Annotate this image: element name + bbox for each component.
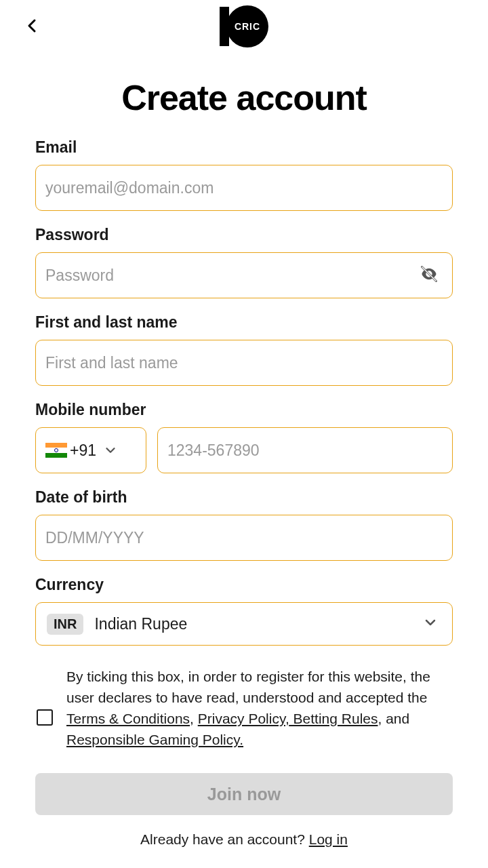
currency-label: Currency xyxy=(35,576,453,594)
dob-input[interactable] xyxy=(45,529,443,547)
password-input-wrap xyxy=(35,252,453,298)
login-prompt-text: Already have an account? xyxy=(140,831,309,847)
terms-checkbox[interactable] xyxy=(37,709,53,726)
email-label: Email xyxy=(35,138,453,157)
signup-form: Email Password First and last name Mobil… xyxy=(0,138,488,848)
password-label: Password xyxy=(35,226,453,244)
mobile-input[interactable] xyxy=(167,441,443,460)
chevron-down-icon xyxy=(103,443,118,458)
email-input[interactable] xyxy=(45,179,443,197)
responsible-gaming-link[interactable]: Responsible Gaming Policy. xyxy=(66,732,243,747)
dial-code: +91 xyxy=(70,441,96,460)
header: CRIC xyxy=(0,0,488,53)
chevron-left-icon xyxy=(24,18,41,34)
dob-input-wrap xyxy=(35,515,453,561)
login-prompt-row: Already have an account? Log in xyxy=(35,831,453,848)
india-flag-icon xyxy=(45,443,67,458)
eye-off-icon xyxy=(420,264,439,283)
chevron-down-icon xyxy=(422,614,439,633)
name-input[interactable] xyxy=(45,354,443,372)
join-now-button[interactable]: Join now xyxy=(35,773,453,815)
mobile-input-wrap xyxy=(157,427,453,473)
privacy-policy-link[interactable]: Privacy Policy, xyxy=(198,711,289,726)
terms-conditions-link[interactable]: Terms & Conditions xyxy=(66,711,190,726)
page-title: Create account xyxy=(0,77,488,118)
terms-text: By ticking this box, in order to registe… xyxy=(66,666,451,750)
country-code-select[interactable]: +91 xyxy=(35,427,146,473)
currency-code-badge: INR xyxy=(47,614,83,635)
back-button[interactable] xyxy=(24,18,41,34)
toggle-password-visibility[interactable] xyxy=(420,264,439,286)
name-input-wrap xyxy=(35,340,453,386)
currency-name: Indian Rupee xyxy=(94,615,187,633)
name-label: First and last name xyxy=(35,313,453,332)
brand-logo: CRIC xyxy=(220,5,268,47)
login-link[interactable]: Log in xyxy=(309,831,348,847)
betting-rules-link[interactable]: Betting Rules xyxy=(289,711,378,726)
terms-row: By ticking this box, in order to registe… xyxy=(35,666,453,750)
mobile-label: Mobile number xyxy=(35,401,453,419)
email-input-wrap xyxy=(35,165,453,211)
dob-label: Date of birth xyxy=(35,488,453,507)
currency-select[interactable]: INR Indian Rupee xyxy=(35,602,453,646)
terms-prefix: By ticking this box, in order to registe… xyxy=(66,669,430,705)
password-input[interactable] xyxy=(45,267,443,285)
